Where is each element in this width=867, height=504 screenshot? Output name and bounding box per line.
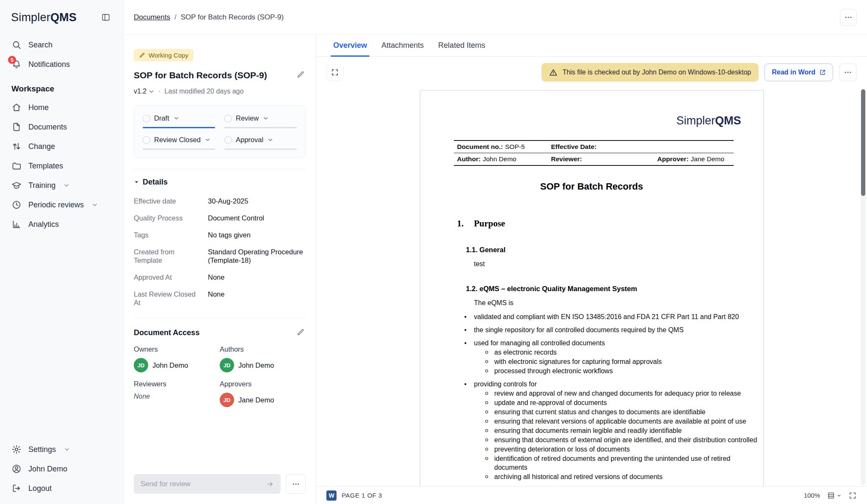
version-selector[interactable]: v1.2 xyxy=(134,88,155,95)
chevron-down-icon xyxy=(173,115,179,121)
swap-arrows-icon xyxy=(11,141,22,151)
ellipsis-icon xyxy=(292,480,300,488)
document-viewer: Overview Attachments Related Items xyxy=(316,35,867,504)
viewer-tabs: Overview Attachments Related Items xyxy=(316,35,867,57)
sidebar-item-analytics[interactable]: Analytics xyxy=(0,215,123,234)
sidebar-item-label: Search xyxy=(28,41,52,50)
logout-icon xyxy=(11,483,22,493)
document-access-grid: Owners JD John Demo Authors JD John Demo xyxy=(134,345,306,407)
tab-attachments[interactable]: Attachments xyxy=(376,35,430,56)
workflow-step-label: Review xyxy=(236,114,259,122)
warning-icon xyxy=(549,68,558,77)
section-divider xyxy=(134,169,306,169)
tab-overview[interactable]: Overview xyxy=(327,35,373,56)
tab-related-items[interactable]: Related Items xyxy=(432,35,491,56)
send-for-review-button[interactable]: Send for review xyxy=(134,474,281,494)
sidebar-collapse-button[interactable] xyxy=(99,11,112,24)
version-separator: · xyxy=(158,88,160,95)
sidebar-item-search[interactable]: Search xyxy=(0,35,123,55)
person-name: John Demo xyxy=(152,361,188,369)
detail-row: Effective date 30-Aug-2025 xyxy=(134,197,306,205)
detail-label: Last Review Closed At xyxy=(134,290,208,307)
workflow-step-draft[interactable]: Draft xyxy=(143,114,215,128)
folder-icon xyxy=(11,161,22,171)
app-root: SimplerQMS Search 5 Notifications xyxy=(0,0,867,504)
workflow-step-approval[interactable]: Approval xyxy=(224,136,297,150)
sidebar-item-training[interactable]: Training xyxy=(0,176,123,195)
version-label: v1.2 xyxy=(134,88,146,95)
sidebar-item-label: Notifications xyxy=(28,60,70,69)
collapse-triangle-icon xyxy=(134,179,139,185)
read-in-word-button[interactable]: Read in Word xyxy=(765,63,833,81)
edit-title-button[interactable] xyxy=(295,70,306,80)
bar-chart-icon xyxy=(11,219,22,229)
expand-preview-button[interactable] xyxy=(326,64,343,81)
arrow-right-icon xyxy=(266,480,274,488)
authors-column: Authors JD John Demo xyxy=(220,345,306,372)
dashed-circle-icon xyxy=(224,115,232,122)
sidebar-item-user[interactable]: John Demo xyxy=(0,459,123,479)
sidebar-logo-row: SimplerQMS xyxy=(0,11,123,35)
workflow-step-review[interactable]: Review xyxy=(224,114,297,128)
sub-bullet-item: oreview and approval of new and changed … xyxy=(485,389,763,398)
viewer-statusbar: W PAGE 1 OF 3 100% xyxy=(316,486,867,504)
sidebar-item-change[interactable]: Change xyxy=(0,137,123,156)
preview-scrollbar-thumb[interactable] xyxy=(861,89,865,196)
document-title: SOP for Batch Records xyxy=(420,181,763,192)
document-logo-first: Simpler xyxy=(676,114,715,127)
edit-access-button[interactable] xyxy=(295,328,306,338)
sidebar-item-label: Change xyxy=(28,142,55,151)
details-section-title: Details xyxy=(143,178,168,187)
user-icon xyxy=(11,464,22,474)
meta-empty xyxy=(657,143,734,151)
workflow-step-label: Draft xyxy=(154,114,169,122)
sidebar-item-documents[interactable]: Documents xyxy=(0,117,123,137)
preview-scrollbar[interactable] xyxy=(861,89,866,485)
meta-row: Author:John Demo Reviewer: Approver:Jane… xyxy=(454,153,734,166)
sidebar-workspace-nav: Home Documents Change Templates xyxy=(0,98,123,234)
avatar: JD xyxy=(220,393,234,407)
sidebar: SimplerQMS Search 5 Notifications xyxy=(0,0,124,504)
chevron-down-icon xyxy=(64,446,70,453)
panel-footer-actions: Send for review xyxy=(134,465,306,494)
details-rows: Effective date 30-Aug-2025 Quality Proce… xyxy=(134,197,306,307)
details-section-header[interactable]: Details xyxy=(134,178,306,187)
meta-doc-no: Document no.:SOP-5 xyxy=(457,143,551,151)
sidebar-item-templates[interactable]: Templates xyxy=(0,156,123,176)
pencil-icon xyxy=(296,328,305,336)
reviewers-none-value: None xyxy=(134,393,220,400)
sub-bullet-item: oensuring that documents remain legible … xyxy=(485,426,763,435)
version-row: v1.2 · Last modified 20 days ago xyxy=(134,88,306,95)
chevron-down-icon xyxy=(63,182,70,189)
sidebar-item-settings[interactable]: Settings xyxy=(0,440,123,459)
page-view-selector[interactable] xyxy=(827,491,842,500)
sidebar-item-label: Training xyxy=(28,181,55,190)
sidebar-item-notifications[interactable]: 5 Notifications xyxy=(0,55,123,74)
document-subheading: 1.2. eQMS – electronic Quality Managemen… xyxy=(466,285,763,293)
owner-person: JD John Demo xyxy=(134,358,220,372)
bullet-item: •providing controls for xyxy=(464,380,763,388)
detail-row: Tags No tags given xyxy=(134,231,306,239)
panel-more-button[interactable] xyxy=(286,474,306,494)
chevron-down-icon xyxy=(148,88,155,95)
sub-bullet-item: oidentification of retired documents and… xyxy=(485,454,763,472)
topbar-more-button[interactable] xyxy=(840,9,857,26)
sidebar-item-periodic-reviews[interactable]: Periodic reviews xyxy=(0,195,123,215)
meta-reviewer: Reviewer: xyxy=(551,155,657,163)
working-copy-badge: Working Copy xyxy=(134,49,193,61)
sidebar-bottom-nav: Settings John Demo Logout xyxy=(0,440,123,498)
sidebar-item-home[interactable]: Home xyxy=(0,98,123,117)
workflow-step-label: Review Closed xyxy=(154,136,201,144)
viewer-more-button[interactable] xyxy=(839,63,857,81)
sidebar-item-label: Home xyxy=(28,103,49,112)
detail-label: Effective date xyxy=(134,197,208,205)
workflow-step-review-closed[interactable]: Review Closed xyxy=(143,136,215,150)
sidebar-item-logout[interactable]: Logout xyxy=(0,479,123,498)
breadcrumb-documents-link[interactable]: Documents xyxy=(134,13,170,22)
notifications-badge: 5 xyxy=(8,56,16,64)
detail-row: Quality Process Document Control xyxy=(134,214,306,222)
fullscreen-icon[interactable] xyxy=(848,491,857,500)
breadcrumb-current: SOP for Batch Records (SOP-9) xyxy=(181,13,284,22)
detail-label: Tags xyxy=(134,231,208,239)
maximize-icon xyxy=(331,68,339,77)
